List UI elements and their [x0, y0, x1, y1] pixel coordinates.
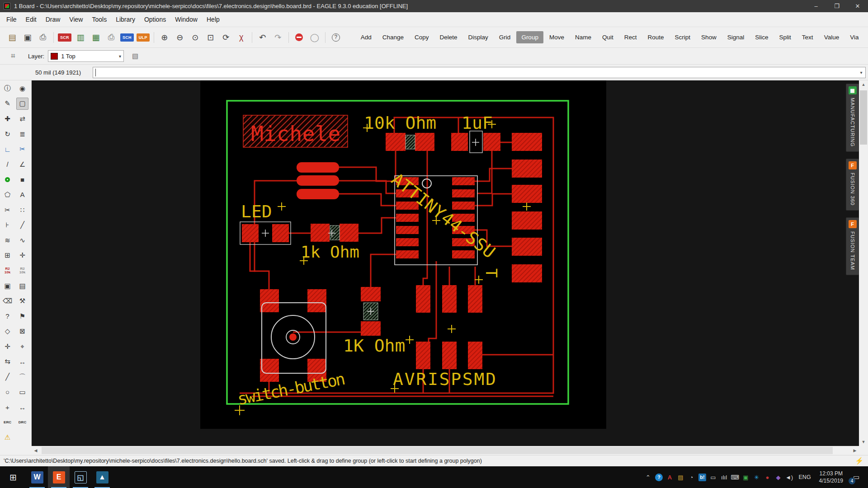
menu-draw[interactable]: Draw — [41, 13, 65, 26]
pin-icon[interactable]: ⊦ — [1, 219, 14, 231]
help-icon[interactable]: ? — [329, 30, 343, 45]
zoom-out-icon[interactable]: ⊖ — [173, 30, 187, 45]
lock-icon[interactable]: ⊠ — [16, 325, 28, 338]
miter-icon[interactable]: ∠ — [16, 158, 28, 170]
route-icon[interactable]: ∟ — [1, 143, 14, 155]
zoom-in-icon[interactable]: ⊕ — [157, 30, 172, 45]
info-icon[interactable]: ⓘ — [1, 82, 14, 94]
warning-icon[interactable]: ⚠ — [1, 432, 14, 444]
swap-icon[interactable]: ⇆ — [1, 356, 14, 368]
wire-icon[interactable]: ╱ — [16, 219, 28, 231]
drc-icon[interactable]: DRC — [16, 416, 28, 428]
go-icon[interactable]: ◯ — [307, 30, 322, 45]
command-rect[interactable]: Rect — [619, 31, 642, 43]
taskbar-word[interactable]: W — [26, 466, 48, 488]
sheet-icon[interactable]: ▥ — [73, 30, 88, 45]
copy-icon[interactable]: ▣ — [1, 280, 14, 292]
taskbar-eagle[interactable]: E — [48, 466, 70, 488]
tray-help[interactable]: ? — [654, 466, 665, 488]
tab-fusion-team[interactable]: FFUSION TEAM — [846, 217, 859, 275]
split-icon[interactable]: / — [1, 158, 14, 170]
tray-purple-app[interactable]: ◆ — [773, 466, 784, 488]
taskbar-photos[interactable]: ▲ — [91, 466, 113, 488]
tray-green-app[interactable]: ▣ — [741, 466, 751, 488]
delete-icon[interactable]: ⌫ — [1, 295, 14, 307]
drawing-canvas[interactable]: Michele — [32, 80, 859, 446]
measure-icon[interactable]: ↔ — [16, 401, 28, 413]
pad-icon[interactable]: ■ — [16, 174, 28, 186]
command-show[interactable]: Show — [696, 31, 722, 43]
command-display[interactable]: Display — [463, 31, 493, 43]
menu-help[interactable]: Help — [202, 13, 224, 26]
rotate-icon[interactable]: ↻ — [1, 128, 14, 140]
tab-manufacturing[interactable]: ▦MANUFACTURING — [846, 84, 859, 152]
show-icon[interactable]: ◉ — [16, 82, 28, 94]
command-move[interactable]: Move — [544, 31, 569, 43]
dimension-icon[interactable]: ↔ — [16, 356, 28, 368]
arc-icon[interactable]: ⌒ — [16, 371, 28, 383]
scroll-left-arrow[interactable]: ◀ — [32, 448, 40, 453]
zoom-fit-icon[interactable]: ⊙ — [188, 30, 203, 45]
command-delete[interactable]: Delete — [435, 31, 462, 43]
language-indicator[interactable]: ENG — [795, 474, 815, 480]
command-add[interactable]: Add — [356, 31, 377, 43]
command-route[interactable]: Route — [642, 31, 669, 43]
erc-icon[interactable]: ERC — [1, 416, 14, 428]
circle-icon[interactable]: ○ — [1, 386, 14, 398]
line-icon[interactable]: ╱ — [1, 371, 14, 383]
group-move-icon[interactable]: ✛ — [1, 340, 14, 352]
tray-display[interactable]: ▭ — [708, 466, 719, 488]
ratsnest-icon[interactable]: ⊞ — [1, 249, 14, 262]
pcb-drawing[interactable]: Michele — [200, 80, 606, 429]
ripup-icon[interactable]: ✂ — [16, 143, 28, 155]
zoom-redraw-icon[interactable]: ⟳ — [219, 30, 233, 45]
action-center-icon[interactable]: ▭ 4 — [847, 466, 865, 488]
command-text[interactable]: Text — [797, 31, 818, 43]
label-icon[interactable]: ◇ — [1, 325, 14, 338]
close-button[interactable]: ✕ — [847, 0, 868, 12]
tray-autodesk[interactable]: A — [665, 466, 675, 488]
command-signal[interactable]: Signal — [722, 31, 750, 43]
wrench-icon[interactable]: ⚒ — [16, 295, 28, 307]
chart-icon[interactable]: ▦ — [89, 30, 103, 45]
vertical-scroll-thumb[interactable] — [860, 90, 867, 145]
scroll-down-arrow[interactable]: ▼ — [859, 438, 868, 446]
command-input[interactable] — [93, 67, 857, 78]
array-icon[interactable]: ∷ — [16, 204, 28, 216]
tray-folder[interactable]: ▤ — [675, 466, 686, 488]
meander-icon[interactable]: ∿ — [16, 234, 28, 246]
michele-nameplate[interactable]: Michele — [243, 115, 348, 147]
layer-settings-icon[interactable]: ▧ — [128, 50, 142, 62]
minimize-button[interactable]: – — [806, 0, 826, 12]
command-value[interactable]: Value — [819, 31, 844, 43]
stop-icon[interactable] — [292, 30, 307, 45]
paste-icon[interactable]: ▤ — [16, 280, 28, 292]
schematic-badge[interactable]: SCH — [120, 33, 134, 42]
command-group[interactable]: Group — [516, 31, 543, 43]
taskbar-window[interactable]: ◱ — [70, 466, 91, 488]
command-quit[interactable]: Quit — [597, 31, 618, 43]
command-name[interactable]: Name — [570, 31, 596, 43]
tray-keyboard[interactable]: ⌨ — [730, 466, 741, 488]
command-grid[interactable]: Grid — [494, 31, 516, 43]
menu-window[interactable]: Window — [170, 13, 202, 26]
horizontal-scrollbar[interactable]: ◀ ▶ — [32, 446, 859, 455]
group-icon[interactable]: ▢ — [16, 98, 28, 110]
mirror-icon[interactable]: ⇄ — [16, 113, 28, 125]
layer-dropdown[interactable]: 1 Top ▾ — [48, 50, 124, 62]
via-icon[interactable] — [1, 174, 14, 186]
drill-icon[interactable]: ✛ — [16, 249, 28, 262]
horizontal-scroll-thumb[interactable] — [42, 447, 833, 454]
command-via[interactable]: Via — [845, 31, 863, 43]
cancel-command-icon[interactable]: χ — [234, 30, 249, 45]
text-icon[interactable]: A — [16, 188, 28, 201]
tray-chevron-up[interactable]: ⌃ — [643, 466, 654, 488]
bus-icon[interactable]: ≋ — [1, 234, 14, 246]
menu-edit[interactable]: Edit — [21, 13, 41, 26]
undo-icon[interactable]: ↶ — [255, 30, 270, 45]
print-setup-icon[interactable]: ⎙ — [104, 30, 118, 45]
clock[interactable]: 12:03 PM 4/15/2019 — [815, 470, 847, 484]
scroll-up-arrow[interactable]: ▲ — [859, 80, 868, 89]
rect-icon[interactable]: ▭ — [16, 386, 28, 398]
polygon-icon[interactable]: ⬠ — [1, 188, 14, 201]
